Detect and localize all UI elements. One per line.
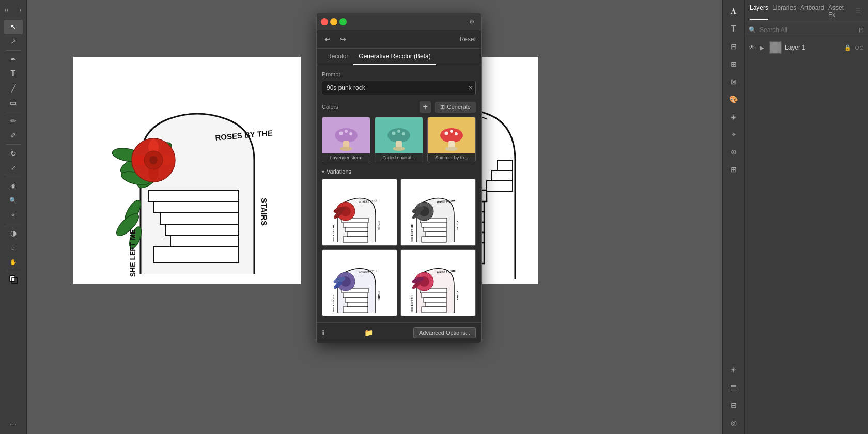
tool-type[interactable]: T	[4, 67, 23, 81]
panel-tab-layers[interactable]: Layers	[750, 3, 768, 20]
right-icon-strip: 𝐀 T ⊟ ⊞ ⊠ 🎨 ◈ ⌖ ⊕ ⊞ ☀ ▤ ⊟ ◎	[722, 0, 744, 434]
tool-rotate[interactable]: ↻	[4, 146, 23, 161]
dialog-settings-btn[interactable]: ⚙	[467, 17, 477, 27]
panel-tab-asset-ex[interactable]: Asset Ex	[828, 3, 853, 20]
variation-card-4[interactable]: ROSES BY THE STAIRS SHE LEFT ME	[400, 249, 476, 316]
swatch-lavender-image	[322, 117, 370, 153]
panel-header-actions: ☰	[853, 6, 863, 17]
tab-generative-recolor[interactable]: Generative Recolor (Beta)	[353, 49, 436, 65]
layer-visibility-icon[interactable]: 👁	[749, 44, 757, 51]
tool-shaper[interactable]: ◈	[4, 179, 23, 193]
sun-icon-btn[interactable]: ☀	[725, 362, 742, 378]
dialog-tabs: Recolor Generative Recolor (Beta)	[317, 49, 481, 65]
tool-fill-stroke[interactable]	[4, 273, 23, 287]
tab-recolor[interactable]: Recolor	[322, 49, 353, 65]
symbols-icon-btn[interactable]: ⊕	[725, 144, 742, 160]
variation-card-3[interactable]: ROSES BY THE STAIRS SHE LEFT ME	[322, 249, 397, 316]
graph-icon-btn[interactable]: ⊞	[725, 161, 742, 178]
swatches-icon-btn[interactable]: ◈	[725, 109, 742, 125]
footer-info-button[interactable]: ℹ	[322, 329, 324, 337]
svg-rect-36	[497, 160, 513, 171]
tool-separator-6	[6, 271, 21, 271]
pathfinder-icon-btn[interactable]: ⊠	[725, 73, 742, 90]
svg-rect-87	[345, 298, 368, 302]
swatch-lavender-storm[interactable]: Lavender storm	[322, 117, 370, 162]
dialog-close-btn[interactable]	[321, 18, 328, 25]
tool-more[interactable]: …	[4, 415, 23, 430]
svg-rect-89	[343, 307, 368, 313]
tool-eyedropper[interactable]: 🔍	[4, 193, 23, 208]
toolbar-expand-btn[interactable]: ⟩	[14, 4, 26, 16]
advanced-options-button[interactable]: Advanced Options...	[413, 327, 476, 338]
add-color-button[interactable]: +	[420, 101, 431, 113]
tool-separator-2	[6, 112, 21, 112]
tool-pencil[interactable]: ✐	[4, 128, 23, 143]
search-input[interactable]	[760, 26, 856, 34]
transform-icon-btn[interactable]: ⊞	[725, 56, 742, 72]
tool-zoom[interactable]: ⌕	[4, 240, 23, 255]
rectangle-icon: ▭	[10, 99, 17, 107]
generate-button[interactable]: ⊞ Generate	[435, 102, 476, 113]
panel-menu-btn[interactable]: ☰	[853, 6, 863, 17]
tool-separator-1	[6, 50, 21, 51]
undo-button[interactable]: ↩	[322, 34, 333, 45]
svg-rect-86	[343, 293, 368, 298]
variations-expand-icon: ▾	[322, 169, 324, 175]
svg-rect-6	[171, 236, 239, 247]
variations-header[interactable]: ▾ Variations	[322, 168, 476, 175]
tool-selector[interactable]: ↖	[4, 20, 23, 34]
tool-paintbrush[interactable]: ✏	[4, 114, 23, 128]
layer-lock-icon[interactable]: 🔒	[844, 44, 851, 51]
hand-icon: ✋	[10, 259, 17, 266]
tool-line[interactable]: ╱	[4, 81, 23, 96]
dialog-minimize-btn[interactable]	[330, 18, 337, 25]
svg-point-44	[349, 132, 352, 135]
type-icon-btn[interactable]: T	[725, 21, 742, 37]
circle-icon-btn[interactable]: ◎	[725, 414, 742, 431]
svg-text:STAIRS: STAIRS	[456, 221, 459, 230]
tool-pen[interactable]: ✒	[4, 52, 23, 67]
svg-rect-88	[347, 302, 368, 307]
layer-expand-icon[interactable]: ▶	[760, 45, 766, 51]
canvas-area[interactable]: ROSES BY THE STAIRS SHE LEFT ME	[27, 0, 722, 434]
dialog-maximize-btn[interactable]	[339, 18, 347, 25]
prompt-clear-button[interactable]: ×	[469, 84, 473, 92]
panel-tab-artboard[interactable]: Artboard	[800, 3, 824, 20]
swatch-summer-label: Summer by th...	[428, 153, 475, 162]
layer-item-layer1[interactable]: 👁 ▶ Layer 1 🔒 ⊙⊙	[745, 39, 868, 56]
appearance-icon-btn[interactable]: ⊟	[725, 397, 742, 413]
redo-button[interactable]: ↪	[337, 34, 349, 45]
brushes-icon-btn[interactable]: ⌖	[725, 126, 742, 143]
panel-tab-libraries[interactable]: Libraries	[772, 3, 796, 20]
variation-card-2[interactable]: ROSES BY THE STAIRS SHE LEFT ME	[400, 179, 476, 246]
tool-rectangle[interactable]: ▭	[4, 96, 23, 110]
prompt-label: Prompt	[322, 71, 476, 78]
properties-icon-btn[interactable]: 𝐀	[725, 3, 742, 20]
svg-point-46	[340, 147, 352, 151]
color-icon-btn[interactable]: 🎨	[725, 91, 742, 107]
tool-gradient[interactable]: ◑	[4, 226, 23, 240]
tool-scale[interactable]: ⤢	[4, 161, 23, 175]
variation-card-1[interactable]: ROSES BY THE STAIRS SHE LEFT ME	[322, 179, 397, 246]
dialog-body: Prompt × Colors + ⊞ Generate	[317, 65, 481, 322]
shaper-icon: ◈	[10, 182, 16, 190]
svg-rect-0	[10, 276, 15, 281]
search-filter-btn[interactable]: ⊟	[859, 26, 864, 34]
footer-folder-button[interactable]: 📁	[364, 329, 373, 337]
tool-blend[interactable]: ⌖	[4, 208, 23, 222]
align-icon-btn[interactable]: ⊟	[725, 38, 742, 55]
generative-recolor-dialog: ⚙ ↩ ↪ Reset Recolor Generative Recolor (…	[316, 13, 482, 343]
svg-point-42	[339, 132, 343, 135]
toolbar-collapse-btn[interactable]: ⟨⟨	[1, 4, 12, 16]
reset-button[interactable]: Reset	[460, 36, 476, 43]
tool-direct-select[interactable]: ↗	[4, 34, 23, 49]
swatch-lavender-label: Lavender storm	[322, 153, 370, 162]
svg-text:SHE LEFT ME: SHE LEFT ME	[411, 295, 413, 312]
swatch-summer[interactable]: Summer by th...	[427, 117, 476, 162]
selector-icon: ↖	[10, 23, 17, 31]
swatch-faded-emerald[interactable]: Faded emeral...	[375, 117, 423, 162]
prompt-input[interactable]	[322, 81, 476, 95]
layers-stack-icon-btn[interactable]: ▤	[725, 379, 742, 396]
svg-rect-62	[347, 232, 368, 237]
tool-hand[interactable]: ✋	[4, 255, 23, 269]
